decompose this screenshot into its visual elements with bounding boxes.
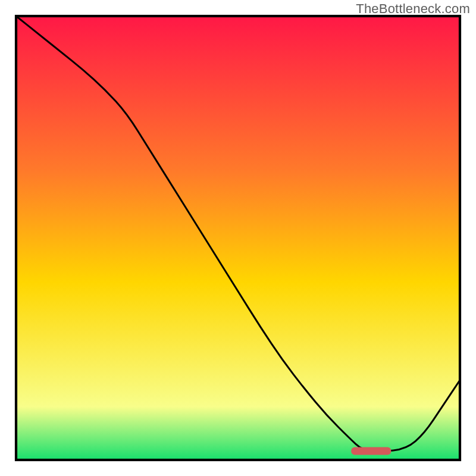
watermark-text: TheBottleneck.com — [356, 1, 470, 17]
chart-container: TheBottleneck.com — [0, 0, 476, 476]
optimal-marker — [351, 447, 391, 455]
bottleneck-chart — [0, 0, 476, 476]
gradient-background — [16, 16, 460, 460]
